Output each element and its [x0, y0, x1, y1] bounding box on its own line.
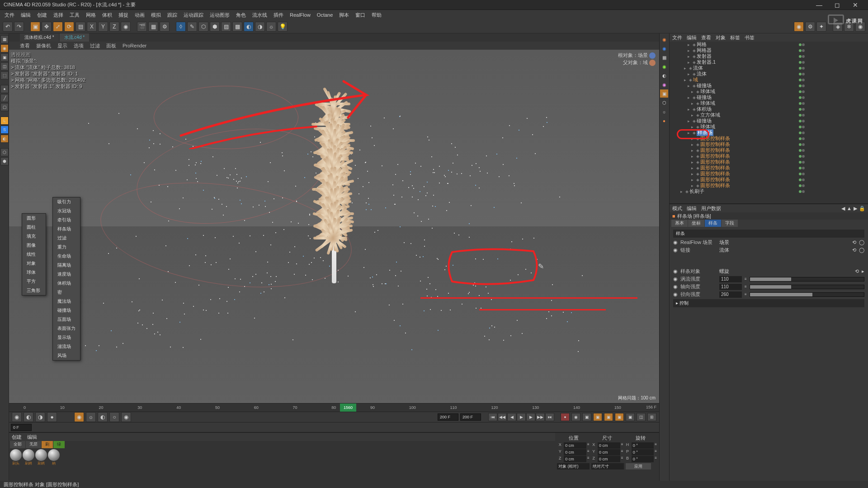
- ricon-9[interactable]: ☼: [660, 108, 668, 116]
- keyopt[interactable]: ⊞: [647, 413, 656, 421]
- coord-apply-button[interactable]: 应用: [626, 463, 651, 469]
- frame-range-end2[interactable]: 200 F: [460, 413, 481, 421]
- move-tool[interactable]: ✥: [42, 22, 52, 32]
- tlc-7[interactable]: ◐: [98, 412, 108, 422]
- attr-slider[interactable]: [750, 285, 864, 289]
- attr-next-icon[interactable]: ▶: [854, 206, 857, 211]
- matmenu-item[interactable]: 编辑: [27, 434, 37, 441]
- key-scale[interactable]: ▣: [593, 413, 602, 421]
- ctx2-item[interactable]: 隔离场: [53, 261, 80, 270]
- record-button[interactable]: ●: [561, 413, 570, 421]
- objmenu-item[interactable]: 查看: [701, 34, 711, 41]
- tree-row[interactable]: ▸◈圆形控制样条: [670, 171, 868, 177]
- vpmenu-摄像机[interactable]: 摄像机: [36, 42, 51, 49]
- tree-row[interactable]: ▸◈圆形控制样条: [670, 147, 868, 153]
- ctx2-item[interactable]: 风场: [53, 351, 80, 360]
- ricon-7[interactable]: ▣: [660, 89, 668, 98]
- render-button[interactable]: 🎬: [137, 22, 147, 32]
- menu-编辑[interactable]: 编辑: [18, 11, 33, 19]
- tab-active[interactable]: 水流.c4d *: [60, 33, 90, 42]
- attr-tab-field[interactable]: 字段: [722, 220, 738, 227]
- prev-key-button[interactable]: ◀◀: [498, 413, 507, 421]
- vpmenu-面板[interactable]: 面板: [106, 42, 116, 49]
- attr-menu-edit[interactable]: 编辑: [687, 205, 697, 212]
- ctx2-item[interactable]: 湍流场: [53, 342, 80, 351]
- ricon-8[interactable]: ⬡: [660, 99, 668, 107]
- frame-range-end1[interactable]: 200 F: [438, 413, 458, 421]
- ctx2-item[interactable]: 压面场: [53, 315, 80, 324]
- menu-流水线[interactable]: 流水线: [250, 11, 270, 19]
- link-icon[interactable]: ⟲: [852, 239, 856, 245]
- ltool-7[interactable]: ╱: [0, 94, 9, 102]
- context-menu-1[interactable]: 圆形圆柱填充图像线性对象球体平方三角形: [22, 213, 46, 296]
- tool-21[interactable]: ☼: [266, 22, 276, 32]
- tlc-5[interactable]: ◉: [74, 412, 84, 422]
- vpmenu-过滤[interactable]: 过滤: [90, 42, 100, 49]
- tree-row[interactable]: ▸◈圆形控制样条: [670, 159, 868, 165]
- menu-RealFlow[interactable]: RealFlow: [287, 11, 313, 19]
- tlc-2[interactable]: ◐: [24, 412, 33, 422]
- ricon-2[interactable]: ◉: [660, 44, 668, 52]
- ctx2-item[interactable]: 魔法场: [53, 297, 80, 306]
- rtool-3[interactable]: ✦: [816, 22, 826, 32]
- tree-row[interactable]: ▸◈流体: [670, 71, 868, 77]
- ricon-10[interactable]: ●: [660, 117, 668, 125]
- objmenu-item[interactable]: 文件: [672, 34, 682, 41]
- tlc-1[interactable]: ◉: [12, 412, 22, 422]
- ctx2-item[interactable]: 密: [53, 288, 80, 297]
- tool-12[interactable]: ⚙: [160, 22, 170, 32]
- rotate-tool[interactable]: ⟳: [64, 22, 74, 32]
- ricon-4[interactable]: ◉: [660, 62, 668, 70]
- tree-row[interactable]: ▸◈样条场: [670, 130, 868, 136]
- link-icon[interactable]: ⟲: [852, 247, 856, 253]
- menu-窗口[interactable]: 窗口: [353, 11, 368, 19]
- ctx2-item[interactable]: 表面张力: [53, 324, 80, 333]
- objmenu-item[interactable]: 书签: [745, 34, 755, 41]
- attr-tab-spline[interactable]: 样条: [705, 220, 721, 227]
- ricon-5[interactable]: ◐: [660, 71, 668, 80]
- ltool-9[interactable]: L: [0, 117, 9, 125]
- objmenu-item[interactable]: 编辑: [687, 34, 697, 41]
- viewport[interactable]: 透视视图 模拟 "场景": > 流体 "流体" 粒子总数: 3818 > 发射器…: [9, 50, 659, 403]
- goto-end-button[interactable]: ⏭: [545, 413, 554, 421]
- tool-14[interactable]: ✎: [187, 22, 197, 32]
- close-button[interactable]: ✕: [846, 0, 864, 9]
- next-frame-button[interactable]: ▶: [526, 413, 535, 421]
- ctx2-item[interactable]: 过滤: [53, 234, 80, 243]
- tree-row[interactable]: ▸◈长刷子: [670, 188, 868, 194]
- tree-row[interactable]: ▸◈圆形控制样条: [670, 177, 868, 183]
- vpmenu-ProRender[interactable]: ProRender: [123, 43, 146, 48]
- timeline[interactable]: 0102030405060708090100110120130140150 15…: [9, 403, 659, 412]
- tool-11[interactable]: ▦: [148, 22, 158, 32]
- material-ball[interactable]: [10, 449, 22, 461]
- tool-15[interactable]: ⬡: [198, 22, 208, 32]
- ltool-4[interactable]: ◫: [0, 62, 9, 70]
- coord-size-select[interactable]: 绝对尺寸: [591, 463, 624, 469]
- ltool-2[interactable]: ◉: [0, 44, 9, 52]
- material-ball[interactable]: [23, 449, 34, 461]
- ctx1-item[interactable]: 对象: [22, 259, 46, 268]
- tree-row[interactable]: ▸◈体积场: [670, 106, 868, 112]
- tree-row[interactable]: ▸◈碰撞场: [670, 118, 868, 124]
- play-button[interactable]: ▶: [517, 413, 526, 421]
- material-ball[interactable]: [48, 449, 60, 461]
- tree-row[interactable]: ▸◈圆形控制样条: [670, 165, 868, 171]
- ltool-8[interactable]: ▢: [0, 103, 9, 111]
- menu-选择[interactable]: 选择: [51, 11, 66, 19]
- ctx2-item[interactable]: 速度场: [53, 270, 80, 279]
- menu-模拟[interactable]: 模拟: [148, 11, 164, 19]
- minimize-button[interactable]: —: [810, 0, 828, 9]
- ctx1-item[interactable]: 圆柱: [22, 223, 46, 232]
- ricon-1[interactable]: ◉: [660, 35, 668, 43]
- scale-tool[interactable]: ⤢: [53, 22, 63, 32]
- ctx2-item[interactable]: 吸引力: [53, 197, 80, 206]
- ltool-5[interactable]: ⬚: [0, 71, 9, 80]
- menu-角色[interactable]: 角色: [233, 11, 249, 19]
- ltool-10[interactable]: S: [0, 126, 9, 134]
- menu-跟踪[interactable]: 跟踪: [165, 11, 180, 19]
- y-axis-toggle[interactable]: Y: [98, 22, 108, 32]
- tool-22[interactable]: 💡: [278, 22, 288, 32]
- menu-帮助[interactable]: 帮助: [369, 11, 384, 19]
- ltool-3[interactable]: ▣: [0, 53, 9, 61]
- ctx2-item[interactable]: 碰撞场: [53, 306, 80, 315]
